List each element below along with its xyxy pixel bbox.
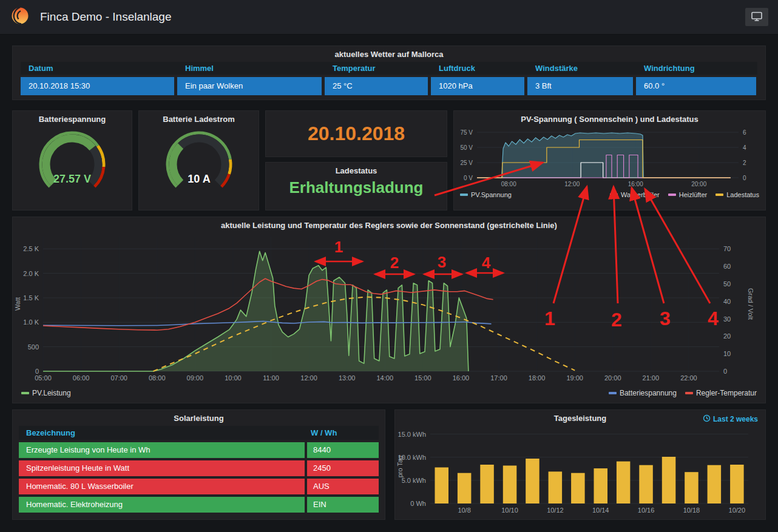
solar-table-header: Bezeichnung W / Wh	[19, 426, 379, 440]
svg-text:15:00: 15:00	[414, 374, 431, 382]
svg-text:14:00: 14:00	[376, 374, 393, 382]
svg-text:11:00: 11:00	[263, 374, 279, 382]
svg-text:06:00: 06:00	[73, 374, 90, 382]
svg-text:40: 40	[723, 298, 731, 305]
legend-item-regler-temperatur[interactable]: Regler-Temperatur	[685, 389, 757, 397]
svg-text:6: 6	[743, 129, 746, 136]
svg-text:18:00: 18:00	[529, 374, 546, 382]
legend-item-ladestatus[interactable]: Ladestatus	[715, 191, 759, 198]
grafana-logo[interactable]	[10, 5, 30, 29]
main-power-chart: 05001.0 K1.5 K2.0 K2.5 K0102030405060700…	[13, 232, 753, 386]
time-range-link[interactable]: Last 2 weeks	[703, 414, 758, 424]
panel-title-solar[interactable]: Solarleistung	[19, 410, 379, 425]
svg-text:0: 0	[743, 175, 746, 181]
svg-text:pro Tag: pro Tag	[396, 456, 404, 478]
svg-text:30: 30	[723, 315, 731, 323]
solar-row-label: Homematic. Elektroheizung	[19, 497, 305, 513]
legend-item-batteriespannung[interactable]: Batteriespannung	[609, 389, 677, 397]
weather-panel: aktuelles Wetter auf Mallorca DatumHimme…	[12, 45, 766, 100]
dashboard-title[interactable]: Finca Demo - Inselanlage	[40, 10, 172, 24]
svg-text:10/14: 10/14	[592, 507, 609, 514]
svg-text:2: 2	[743, 160, 746, 166]
legend-label: Regler-Temperatur	[696, 389, 757, 397]
middle-column: 20.10.2018 Ladestatus Erhaltungsladung	[265, 110, 447, 210]
svg-text:Grad / Volt: Grad / Volt	[747, 288, 753, 320]
solar-row-label: Spitzenleistung Heute in Watt	[19, 460, 305, 476]
svg-text:10:00: 10:00	[225, 374, 242, 382]
svg-text:10/18: 10/18	[683, 507, 700, 514]
stats-row: Batteriespannung 27.57 V Batterie Ladest…	[12, 110, 766, 210]
legend-marker	[685, 392, 693, 394]
svg-text:5.0 kWh: 5.0 kWh	[402, 477, 426, 484]
svg-text:27.57 V: 27.57 V	[53, 173, 91, 185]
svg-text:05:00: 05:00	[35, 374, 52, 382]
svg-text:2.5 K: 2.5 K	[23, 245, 39, 252]
legend-item-pv-spannung[interactable]: PV.Spannung	[460, 191, 512, 198]
weather-column-header: Himmel	[177, 62, 322, 75]
bottom-row: Solarleistung Bezeichnung W / Wh Erzeugt…	[12, 409, 766, 520]
svg-text:17:00: 17:00	[490, 374, 507, 382]
weather-table: DatumHimmelTemperaturLuftdruckWindstärke…	[13, 61, 765, 95]
svg-text:50 V: 50 V	[460, 144, 473, 151]
top-navbar: Finca Demo - Inselanlage	[0, 0, 778, 35]
weather-column-header: Luftdruck	[431, 62, 524, 75]
legend-label: PV.Spannung	[471, 191, 512, 198]
panel-title-main-chart[interactable]: aktuelle Leistung und Temperatur des Reg…	[13, 217, 765, 232]
legend-marker	[715, 194, 723, 196]
svg-text:07:00: 07:00	[110, 374, 127, 382]
svg-text:08:00: 08:00	[501, 181, 516, 187]
panel-title-battery-voltage[interactable]: Batteriespannung	[13, 111, 132, 126]
svg-text:21:00: 21:00	[643, 374, 660, 382]
panel-title-battery-current[interactable]: Batterie Ladestrom	[139, 111, 259, 126]
legend-item-heizl-fter[interactable]: Heizlüfter	[668, 191, 707, 198]
daily-energy-chart: 0 Wh5.0 kWh10.0 kWh15.0 kWh10/810/1010/1…	[395, 425, 753, 517]
date-panel: 20.10.2018	[265, 110, 447, 157]
svg-text:50: 50	[723, 280, 731, 288]
solar-table-row: Homematic. 80 L WasserboilerAUS	[19, 479, 379, 494]
weather-header-row: DatumHimmelTemperaturLuftdruckWindstärke…	[21, 62, 757, 75]
charge-status-value: Erhaltungsladung	[266, 178, 447, 197]
panel-title-weather[interactable]: aktuelles Wetter auf Mallorca	[13, 46, 765, 61]
svg-text:25 V: 25 V	[460, 160, 473, 166]
svg-text:60: 60	[723, 263, 731, 270]
legend-marker	[668, 194, 676, 196]
svg-text:0 V: 0 V	[464, 175, 473, 181]
solar-row-value: EIN	[307, 497, 379, 513]
main-chart-panel: aktuelle Leistung und Temperatur des Reg…	[12, 217, 766, 403]
weather-cell: 1020 hPa	[431, 77, 524, 95]
solar-table-row: Homematic. ElektroheizungEIN	[19, 497, 379, 513]
solar-row-value: AUS	[307, 479, 379, 494]
legend-item-pv-leistung[interactable]: PV.Leistung	[21, 389, 71, 397]
svg-text:75 V: 75 V	[460, 129, 473, 136]
weather-cell: 20.10.2018 15:30	[21, 77, 174, 95]
panel-title-pv-voltage[interactable]: PV-Spannung ( Sonnenschein ) und Ladesta…	[454, 111, 765, 126]
svg-text:0: 0	[723, 368, 727, 375]
pv-voltage-panel: PV-Spannung ( Sonnenschein ) und Ladesta…	[453, 110, 766, 210]
weather-column-header: Windrichtung	[636, 62, 756, 75]
svg-text:10/20: 10/20	[729, 507, 746, 514]
svg-text:09:00: 09:00	[187, 374, 204, 382]
weather-column-header: Windstärke	[527, 62, 633, 75]
date-value: 20.10.2018	[308, 123, 405, 145]
svg-text:16:00: 16:00	[628, 181, 643, 187]
solar-table-panel: Solarleistung Bezeichnung W / Wh Erzeugt…	[12, 409, 385, 520]
battery-voltage-gauge: 27.57 V	[18, 127, 126, 201]
svg-text:16:00: 16:00	[453, 374, 470, 382]
svg-text:20:00: 20:00	[604, 374, 621, 382]
weather-data-row: 20.10.2018 15:30Ein paar Wolken25 °C1020…	[21, 77, 757, 95]
solar-col-wwh: W / Wh	[305, 426, 379, 440]
svg-text:10: 10	[723, 350, 731, 357]
svg-text:Watt: Watt	[14, 297, 21, 311]
svg-text:10 A: 10 A	[188, 173, 210, 185]
legend-label: Ladestatus	[726, 191, 759, 198]
pv-voltage-chart: 0 V25 V50 V75 V024608:0012:0016:0020:00	[454, 126, 753, 189]
battery-voltage-panel: Batteriespannung 27.57 V	[12, 110, 132, 210]
weather-cell: 25 °C	[325, 77, 428, 95]
tv-mode-button[interactable]	[745, 8, 768, 26]
svg-text:12:00: 12:00	[300, 374, 317, 382]
legend-label: Wasserboiler	[621, 191, 660, 198]
panel-title-charge-status[interactable]: Ladestatus	[266, 163, 447, 177]
legend-item-wasserboiler[interactable]: Wasserboiler	[610, 191, 660, 198]
svg-text:22:00: 22:00	[680, 374, 697, 382]
solar-table-row: Erzeugte Leistung von Heute in Wh8440	[19, 442, 379, 458]
